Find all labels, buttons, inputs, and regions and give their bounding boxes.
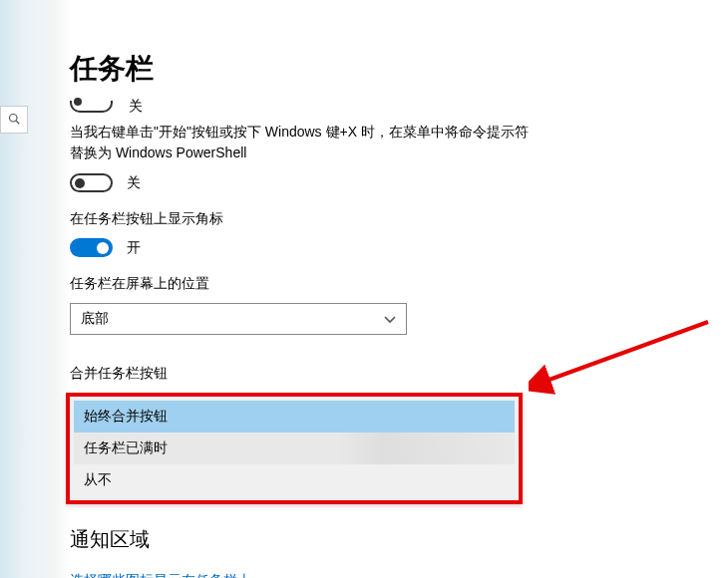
- chevron-down-icon: [384, 311, 396, 327]
- badges-toggle[interactable]: [70, 238, 113, 257]
- search-button[interactable]: [0, 106, 28, 134]
- badges-label: 在任务栏按钮上显示角标: [70, 210, 728, 228]
- powershell-toggle-label: 关: [127, 174, 141, 192]
- dropdown-option-never[interactable]: 从不: [74, 464, 515, 496]
- truncated-toggle-row: 关: [70, 98, 728, 116]
- toggle-label: 关: [129, 98, 143, 116]
- dropdown-option-always[interactable]: 始终合并按钮: [74, 401, 515, 433]
- powershell-description: 当我右键单击"开始"按钮或按下 Windows 键+X 时，在菜单中将命令提示符…: [70, 122, 529, 163]
- page-title: 任务栏: [70, 50, 728, 88]
- position-selected-value: 底部: [81, 310, 109, 328]
- toggle-knob: [75, 178, 85, 188]
- svg-point-0: [10, 115, 18, 123]
- search-icon: [8, 111, 20, 129]
- dropdown-option-when-full[interactable]: 任务栏已满时: [74, 433, 515, 464]
- toggle-knob: [97, 242, 109, 254]
- combine-label: 合并任务栏按钮: [70, 365, 728, 383]
- toggle-switch-partial[interactable]: [70, 101, 113, 113]
- badges-toggle-label: 开: [127, 239, 141, 257]
- position-select[interactable]: 底部: [70, 303, 407, 335]
- powershell-toggle[interactable]: [70, 173, 113, 192]
- position-label: 任务栏在屏幕上的位置: [70, 275, 728, 293]
- settings-panel: 任务栏 关 当我右键单击"开始"按钮或按下 Windows 键+X 时，在菜单中…: [70, 0, 728, 578]
- svg-line-1: [16, 121, 19, 124]
- notification-section-title: 通知区域: [70, 526, 728, 553]
- combine-dropdown: 始终合并按钮 任务栏已满时 从不: [66, 393, 523, 504]
- notification-icons-link[interactable]: 选择哪些图标显示在任务栏上: [70, 572, 251, 578]
